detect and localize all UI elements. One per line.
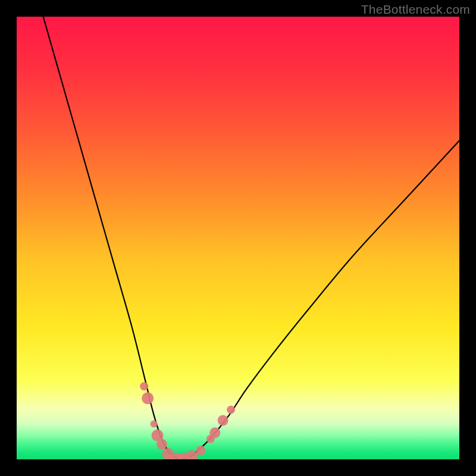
chart-svg	[17, 17, 459, 459]
sweet-spot-marker	[227, 406, 235, 414]
bottleneck-curve	[43, 17, 459, 459]
sweet-spot-marker	[142, 392, 154, 404]
sweet-spot-marker	[196, 446, 206, 455]
watermark-text: TheBottleneck.com	[361, 2, 470, 17]
sweet-spot-marker	[140, 382, 148, 390]
sweet-spot-marker	[209, 427, 220, 438]
sweet-spot-markers	[140, 382, 235, 459]
sweet-spot-marker	[156, 439, 167, 450]
outer-frame: TheBottleneck.com	[0, 0, 476, 476]
sweet-spot-marker	[151, 420, 158, 427]
plot-area	[17, 17, 459, 459]
sweet-spot-marker	[218, 415, 228, 426]
